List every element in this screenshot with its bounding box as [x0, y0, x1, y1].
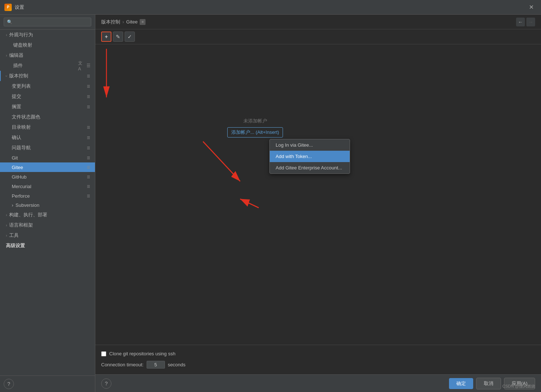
- sidebar-item-label: 插件: [13, 62, 23, 69]
- back-button[interactable]: ←: [516, 18, 525, 26]
- chevron-icon: ›: [6, 234, 7, 238]
- help-button[interactable]: ?: [101, 378, 111, 389]
- sidebar-item-appearance[interactable]: › 外观与行为: [0, 30, 95, 40]
- sidebar-item-changelog[interactable]: 变更列表 ☰: [0, 81, 95, 91]
- sidebar-item-label: 搁置: [12, 103, 21, 110]
- sidebar-item-label: Git: [12, 155, 18, 161]
- chevron-icon: ›: [6, 213, 7, 217]
- sidebar-item-label: Perforce: [12, 193, 30, 199]
- timeout-input[interactable]: [147, 361, 165, 369]
- sidebar-item-label: 键盘映射: [13, 42, 32, 48]
- search-input[interactable]: [4, 18, 91, 26]
- sidebar-item-label: 目录映射: [12, 124, 31, 131]
- sidebar-item-lang[interactable]: › 语言和框架: [0, 220, 95, 230]
- chevron-down-icon: ›: [4, 75, 8, 76]
- timeout-row: Connection timeout: seconds: [101, 361, 535, 369]
- sidebar-item-label: 提交: [12, 93, 21, 100]
- sidebar-item-label: 语言和框架: [9, 222, 33, 228]
- sub-settings-icon: ☰: [85, 135, 91, 140]
- sidebar-item-shelve[interactable]: 搁置 ☰: [0, 102, 95, 112]
- sidebar-help-button[interactable]: ?: [4, 379, 14, 389]
- sidebar-item-gitee[interactable]: Gitee ☰: [0, 162, 95, 172]
- sidebar-item-label: 文件状态颜色: [12, 114, 40, 120]
- sidebar-item-label: 版本控制: [9, 73, 28, 79]
- no-account-text: 未添加帐户: [227, 118, 283, 124]
- sidebar-item-editor[interactable]: › 编辑器: [0, 50, 95, 61]
- sidebar-item-keymap[interactable]: 键盘映射: [0, 40, 95, 50]
- sidebar-item-confirm[interactable]: 确认 ☰: [0, 132, 95, 143]
- sidebar-item-vcs[interactable]: › 版本控制 ☰: [0, 71, 95, 81]
- settings-icon: ☰: [85, 63, 91, 69]
- content-header: 版本控制 › Gitee ≡ ← →: [95, 15, 541, 29]
- timeout-label: Connection timeout:: [101, 362, 144, 367]
- sidebar-item-label: 工具: [9, 232, 19, 239]
- sidebar-item-plugins[interactable]: 插件 文A ☰: [0, 61, 95, 71]
- add-account-button[interactable]: +: [101, 32, 111, 42]
- edit-button[interactable]: ✎: [113, 32, 123, 42]
- svg-line-3: [240, 199, 259, 208]
- annotation-arrows: [95, 44, 541, 345]
- check-button[interactable]: ✓: [125, 32, 135, 42]
- check-icon: ✓: [128, 34, 132, 40]
- svg-line-2: [203, 142, 240, 181]
- sidebar-item-commit[interactable]: 提交 ☰: [0, 91, 95, 102]
- breadcrumb-current: Gitee: [126, 19, 137, 25]
- sidebar-item-github[interactable]: GitHub ☰: [0, 172, 95, 182]
- chevron-icon: ›: [6, 54, 7, 58]
- dropdown-item-enterprise[interactable]: Add Gitee Enterprise Account...: [270, 162, 350, 173]
- sidebar-item-label: 变更列表: [12, 83, 31, 89]
- confirm-button[interactable]: 确定: [449, 378, 473, 389]
- dropdown-item-token[interactable]: Add with Token...: [270, 151, 350, 162]
- sidebar-item-label: Gitee: [12, 165, 23, 170]
- sidebar-item-dirmap[interactable]: 目录映射 ☰: [0, 122, 95, 132]
- title-bar-left: P 设置: [4, 4, 24, 11]
- vcs-settings-icon: ☰: [85, 73, 91, 79]
- add-account-link[interactable]: 添加帐户... (Alt+Insert): [227, 127, 283, 138]
- ssh-checkbox[interactable]: [101, 351, 106, 356]
- sidebar: › 外观与行为 键盘映射 › 编辑器 插件 文A ☰ › 版本控制 ☰: [0, 15, 95, 392]
- sub-settings-icon: ☰: [85, 183, 91, 189]
- help-icon: ?: [7, 381, 10, 387]
- sidebar-item-filecolor[interactable]: 文件状态颜色: [0, 112, 95, 122]
- sidebar-item-advanced[interactable]: 高级设置: [0, 241, 95, 251]
- dropdown-item-login[interactable]: Log In via Gitee...: [270, 139, 350, 151]
- sidebar-item-label: 构建、执行、部署: [9, 212, 47, 218]
- sidebar-item-mercurial[interactable]: Mercurial ☰: [0, 182, 95, 191]
- chevron-icon: ›: [6, 223, 7, 227]
- content-footer: Clone git repositories using ssh Connect…: [95, 345, 541, 374]
- edit-icon[interactable]: ≡: [140, 19, 146, 25]
- sidebar-item-git[interactable]: Git ☰: [0, 153, 95, 162]
- dropdown-menu: Log In via Gitee... Add with Token... Ad…: [269, 139, 350, 174]
- app-icon: P: [4, 4, 12, 11]
- sidebar-item-label: Mercurial: [12, 184, 31, 189]
- sidebar-item-label: 高级设置: [6, 242, 25, 249]
- close-button[interactable]: ✕: [526, 2, 537, 12]
- toolbar: + ✎ ✓: [95, 29, 541, 44]
- sidebar-item-issuenav[interactable]: 问题导航 ☰: [0, 143, 95, 153]
- sidebar-item-build[interactable]: › 构建、执行、部署: [0, 210, 95, 220]
- breadcrumb-separator: ›: [122, 19, 124, 25]
- ssh-checkbox-row: Clone git repositories using ssh: [101, 351, 535, 356]
- chevron-icon: ›: [6, 33, 7, 37]
- sub-settings-icon: ☰: [85, 174, 91, 180]
- sidebar-item-label: Subversion: [15, 202, 39, 208]
- content-body: 未添加帐户 添加帐户... (Alt+Insert) Log In via Gi…: [95, 44, 541, 345]
- breadcrumb-parent: 版本控制: [101, 19, 120, 25]
- title-bar: P 设置 ✕: [0, 0, 541, 15]
- sidebar-item-subversion[interactable]: › Subversion: [0, 201, 95, 210]
- sidebar-item-label: 问题导航: [12, 144, 31, 151]
- search-bar: [0, 15, 95, 30]
- chevron-icon: ›: [12, 202, 13, 208]
- dialog-bar: ? 确定 取消 应用(A): [95, 374, 541, 392]
- sidebar-item-label: 确认: [12, 134, 21, 141]
- account-hint: 未添加帐户 添加帐户... (Alt+Insert): [227, 118, 283, 138]
- forward-button[interactable]: →: [526, 18, 535, 26]
- watermark: CSDN @微风燃烧: [503, 384, 535, 389]
- cancel-button[interactable]: 取消: [476, 378, 501, 389]
- sub-settings-icon: ☰: [85, 164, 91, 170]
- nav-arrows: ← →: [516, 18, 535, 26]
- sub-settings-icon: ☰: [85, 193, 91, 199]
- sidebar-item-perforce[interactable]: Perforce ☰: [0, 191, 95, 201]
- sidebar-item-tools[interactable]: › 工具: [0, 230, 95, 241]
- main-container: › 外观与行为 键盘映射 › 编辑器 插件 文A ☰ › 版本控制 ☰: [0, 15, 541, 392]
